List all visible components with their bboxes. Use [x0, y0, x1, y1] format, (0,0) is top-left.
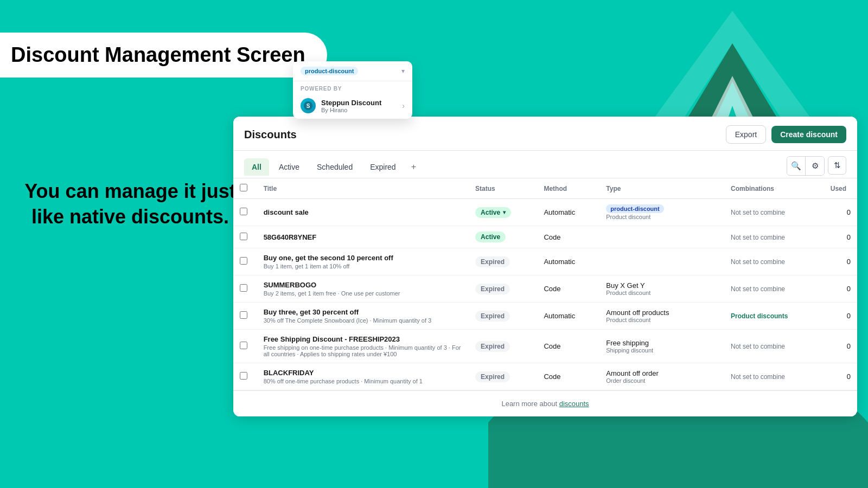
row-checkbox[interactable]: [240, 311, 247, 319]
status-badge: Expired: [475, 256, 510, 267]
table-row: 58G640R8YNEF Active Code Not set to comb…: [233, 226, 857, 248]
discount-table: Title Status Method Type Combinations Us…: [233, 178, 857, 390]
dropdown-type-row: product-discount ▾: [293, 61, 412, 81]
create-discount-button[interactable]: Create discount: [771, 126, 846, 143]
sort-icon-btn[interactable]: ⇅: [828, 156, 846, 175]
type-dropdown: product-discount ▾ POWERED BY S Steppun …: [293, 61, 412, 119]
row-method: Automatic: [537, 248, 599, 275]
type-cell: [599, 226, 724, 248]
chevron-right-icon: ›: [402, 101, 405, 110]
type-cell: [599, 248, 724, 275]
row-title: SUMMERBOGO: [264, 281, 462, 289]
status-badge: Expired: [475, 341, 510, 352]
row-title: Free Shipping Discount - FREESHIP2023: [264, 335, 462, 343]
subtitle-area: You can manage it just like native disco…: [16, 179, 244, 230]
row-subtitle: Free shipping on one-time purchase produ…: [264, 344, 462, 357]
tabs-row: All Active Scheduled Expired + 🔍 ⚙ ⇅: [233, 151, 857, 178]
combo-text: Not set to combine: [731, 373, 785, 381]
row-subtitle: Buy 1 item, get 1 item at 10% off: [264, 263, 462, 269]
type-cell: Buy X Get Y Product discount: [599, 275, 724, 303]
combo-text: Not set to combine: [731, 209, 785, 216]
used-count: 0: [824, 363, 857, 390]
table-row: SUMMERBOGO Buy 2 items, get 1 item free …: [233, 275, 857, 303]
svg-text:S: S: [307, 103, 310, 109]
row-checkbox[interactable]: [240, 208, 247, 215]
col-header-method: Method: [537, 178, 599, 199]
row-title: Buy three, get 30 percent off: [264, 308, 462, 316]
panel-footer: Learn more about discounts: [233, 390, 857, 416]
row-checkbox[interactable]: [240, 257, 247, 265]
col-header-combo: Combinations: [724, 178, 824, 199]
discounts-link[interactable]: discounts: [559, 400, 589, 408]
row-checkbox[interactable]: [240, 233, 247, 240]
row-checkbox[interactable]: [240, 372, 247, 380]
combo-text: Not set to combine: [731, 258, 785, 266]
status-badge: Expired: [475, 284, 510, 294]
col-header-used: Used: [824, 178, 857, 199]
row-checkbox[interactable]: [240, 284, 247, 292]
panel-title: Discounts: [244, 129, 297, 141]
tab-all[interactable]: All: [244, 158, 269, 176]
discount-panel: Discounts Export Create discount All Act…: [233, 117, 857, 416]
col-header-type: Type: [599, 178, 724, 199]
used-count: 0: [824, 275, 857, 303]
used-count: 0: [824, 303, 857, 330]
page-title: Discount Management Screen: [11, 43, 305, 67]
row-method: Code: [537, 226, 599, 248]
type-cell: product-discount Product discount: [606, 204, 718, 220]
row-checkbox[interactable]: [240, 342, 247, 349]
row-subtitle: 30% off The Complete Snowboard (Ice) · M…: [264, 317, 462, 324]
row-subtitle: 80% off one-time purchase products · Min…: [264, 378, 462, 384]
chevron-down-icon: ▾: [401, 67, 405, 75]
tab-add[interactable]: +: [406, 159, 422, 175]
status-badge: Active: [475, 232, 506, 242]
status-badge[interactable]: Active ▾: [475, 207, 511, 218]
used-count: 0: [824, 248, 857, 275]
combo-text: Not set to combine: [731, 234, 785, 241]
combo-text: Not set to combine: [731, 285, 785, 293]
app-info: Steppun Discount By Hirano: [321, 99, 381, 113]
tab-scheduled[interactable]: Scheduled: [309, 158, 360, 176]
panel-header: Discounts Export Create discount: [233, 117, 857, 151]
row-subtitle: Buy 2 items, get 1 item free · One use p…: [264, 290, 462, 297]
dropdown-section-label: POWERED BY: [293, 81, 412, 94]
row-method: Automatic: [537, 199, 599, 226]
status-badge: Expired: [475, 311, 510, 322]
col-header-title: Title: [257, 178, 469, 199]
col-header-check: [233, 178, 257, 199]
row-title: BLACKFRIDAY: [264, 369, 462, 377]
export-button[interactable]: Export: [726, 125, 766, 144]
search-icon-btn[interactable]: 🔍: [787, 157, 806, 175]
row-method: Code: [537, 330, 599, 363]
app-logo-icon: S: [301, 98, 316, 113]
tab-active[interactable]: Active: [271, 158, 307, 176]
row-title: Buy one, get the second 10 percent off: [264, 254, 462, 262]
used-count: 0: [824, 226, 857, 248]
subtitle-text: You can manage it just like native disco…: [16, 179, 244, 230]
table-row: Buy one, get the second 10 percent off B…: [233, 248, 857, 275]
status-badge: Expired: [475, 371, 510, 382]
header-buttons: Export Create discount: [726, 125, 846, 144]
row-title: 58G640R8YNEF: [264, 233, 462, 241]
col-header-status: Status: [469, 178, 537, 199]
table-row: BLACKFRIDAY 80% off one-time purchase pr…: [233, 363, 857, 390]
combo-text: Not set to combine: [731, 343, 785, 350]
row-method: Code: [537, 275, 599, 303]
tab-expired[interactable]: Expired: [362, 158, 403, 176]
table-row: discount sale Active ▾ Automatic product…: [233, 199, 857, 226]
filter-icon-btn[interactable]: ⚙: [806, 157, 824, 175]
table-row: Free Shipping Discount - FREESHIP2023 Fr…: [233, 330, 857, 363]
row-method: Automatic: [537, 303, 599, 330]
combo-highlight: Product discounts: [731, 312, 788, 320]
row-method: Code: [537, 363, 599, 390]
title-pill: Discount Management Screen: [0, 33, 327, 78]
powered-app-item[interactable]: S Steppun Discount By Hirano ›: [293, 94, 412, 119]
type-cell: Amount off products Product discount: [599, 303, 724, 330]
type-cell: Free shipping Shipping discount: [599, 330, 724, 363]
row-title: discount sale: [264, 208, 462, 216]
toolbar-search-filter: 🔍 ⚙: [787, 156, 825, 176]
dropdown-type-badge: product-discount: [301, 67, 358, 75]
select-all-checkbox[interactable]: [240, 184, 247, 191]
type-cell: Amount off order Order discount: [599, 363, 724, 390]
table-row: Buy three, get 30 percent off 30% off Th…: [233, 303, 857, 330]
